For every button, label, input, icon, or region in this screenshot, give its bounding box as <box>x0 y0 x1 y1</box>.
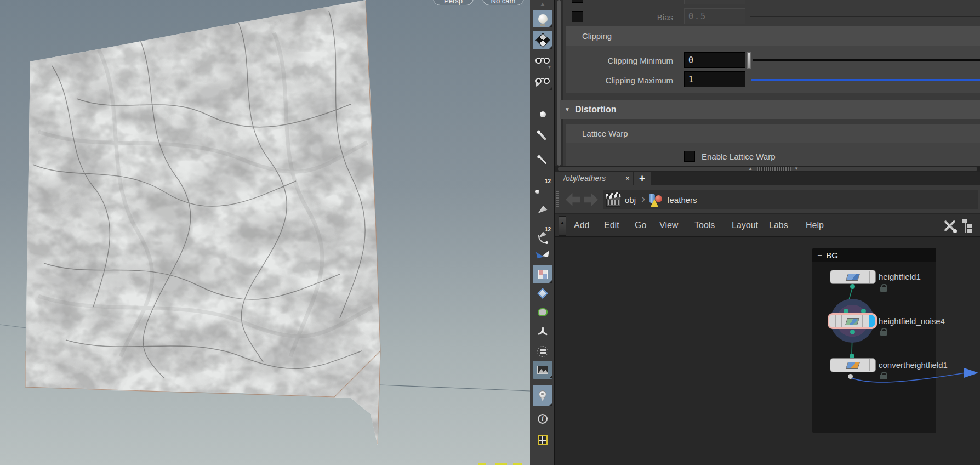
bias-input[interactable]: 0.5 <box>684 8 745 24</box>
group-outline-icon[interactable] <box>533 303 552 321</box>
axis-propeller-icon[interactable] <box>533 323 552 341</box>
tab-close-icon[interactable]: × <box>622 172 633 185</box>
menu-add[interactable]: Add <box>574 214 589 236</box>
splitter-grip[interactable] <box>757 167 791 171</box>
heightfield-node-icon <box>846 274 860 281</box>
right-pane: Bias 0.5 Clipping Clipping Minimum 0 Cli… <box>555 0 980 465</box>
lock-icon <box>880 287 887 292</box>
keyframe-checkbox-clipped[interactable] <box>572 0 583 3</box>
param-field-clipped[interactable] <box>684 0 745 4</box>
no-cam-button[interactable]: No cam <box>482 0 524 5</box>
path-bar: obj › feathers <box>555 185 980 214</box>
lattice-warp-header[interactable]: Lattice Warp <box>566 124 980 143</box>
tools-wrench-icon[interactable] <box>942 219 958 234</box>
tab-obj-feathers[interactable]: /obj/feathers <box>555 172 633 185</box>
field-guides-icon[interactable] <box>533 343 552 360</box>
shading-mode-cube-icon[interactable] <box>533 31 552 49</box>
menu-tools[interactable]: Tools <box>694 214 715 236</box>
node-output-connector[interactable] <box>850 330 855 334</box>
display-options-toolbar: ▲ ▼ 12 12 i <box>530 0 555 465</box>
back-arrow-icon[interactable] <box>566 193 580 206</box>
info-icon[interactable]: i <box>533 410 552 427</box>
menu-help[interactable]: Help <box>806 214 824 236</box>
hierarchy-list-icon[interactable] <box>965 219 978 233</box>
display-flag[interactable] <box>869 315 875 327</box>
pathbar-grip[interactable] <box>556 191 559 208</box>
persp-view-button[interactable]: Persp <box>433 0 474 5</box>
obj-context-icon <box>606 193 620 207</box>
clipping-max-input[interactable]: 1 <box>684 71 745 87</box>
distortion-section-header[interactable]: ▼ Distortion <box>560 100 980 119</box>
curve-hull-icon[interactable] <box>533 231 552 247</box>
menu-view[interactable]: View <box>659 214 678 236</box>
pane-splitter[interactable]: ▲ ▼ <box>555 166 980 172</box>
breadcrumb-current[interactable]: feathers <box>667 195 697 205</box>
bias-channel-checkbox[interactable] <box>572 11 583 22</box>
node-output-connector[interactable] <box>850 284 855 289</box>
enable-lattice-label: Enable Lattice Warp <box>702 152 776 161</box>
clipping-rows <box>566 46 980 93</box>
background-image-icon[interactable] <box>533 361 552 379</box>
terrain-render <box>0 0 530 465</box>
flipbook-glasses-icon[interactable] <box>533 72 552 90</box>
splitter-up-icon[interactable]: ▲ <box>748 166 753 172</box>
headlight-icon[interactable] <box>533 10 552 27</box>
clipping-max-label: Clipping Maximum <box>588 76 673 85</box>
points-display-icon[interactable] <box>533 107 552 121</box>
geometry-node-icon <box>648 192 663 207</box>
clipping-max-slider[interactable] <box>751 79 980 81</box>
grid-window-icon[interactable] <box>533 430 552 450</box>
breadcrumb-root[interactable]: obj <box>625 195 636 205</box>
wire-arrowhead-icon <box>964 368 978 378</box>
point-numbers-icon[interactable]: 12 <box>533 178 552 195</box>
visualizer-glasses-icon[interactable]: ▼ <box>533 53 552 69</box>
node-output-connector[interactable] <box>848 374 853 379</box>
heightfield-noise-node-icon <box>845 318 859 325</box>
breadcrumb-separator-icon: › <box>641 192 645 206</box>
collapse-arrow-icon: ▼ <box>565 106 570 112</box>
normals-fan-icon[interactable] <box>533 246 552 262</box>
menu-go[interactable]: Go <box>635 214 646 236</box>
clipping-min-slider-handle[interactable] <box>747 52 751 69</box>
menu-layout[interactable]: Layout <box>732 214 758 236</box>
menu-scroll-box[interactable]: ▲ <box>559 216 566 236</box>
node-heightfield-noise4[interactable] <box>828 313 877 329</box>
scroll-up-icon[interactable]: ▲ <box>533 0 552 8</box>
lock-icon <box>880 375 887 379</box>
clipping-min-label: Clipping Minimum <box>588 56 673 65</box>
splitter-down-icon[interactable]: ▼ <box>794 166 799 172</box>
clipping-section-header[interactable]: Clipping <box>566 26 980 46</box>
primitive-hull-icon[interactable] <box>533 200 552 219</box>
node-label: heightfield_noise4 <box>879 316 945 326</box>
bias-slider[interactable] <box>750 16 980 17</box>
node-label: heightfield1 <box>879 272 921 281</box>
camera-locate-pin-icon[interactable] <box>533 385 552 406</box>
bias-label: Bias <box>588 13 673 22</box>
clipping-min-input[interactable]: 0 <box>684 52 745 68</box>
enable-lattice-checkbox[interactable] <box>684 151 695 162</box>
clipping-min-slider[interactable] <box>753 59 980 61</box>
node-label: convertheightfield1 <box>879 360 948 370</box>
diamond-marker-icon[interactable] <box>533 286 552 300</box>
forward-arrow-icon[interactable] <box>584 193 598 206</box>
network-editor[interactable]: Indie Edition – BG <box>555 237 980 465</box>
menu-edit[interactable]: Edit <box>604 214 619 236</box>
node-convertheightfield1[interactable] <box>830 358 876 372</box>
tab-add-button[interactable]: + <box>633 172 651 185</box>
output-wire-blue <box>851 373 965 382</box>
convert-heightfield-node-icon <box>846 362 860 369</box>
menu-labs[interactable]: Labs <box>769 214 788 236</box>
houdini-window: Persp No cam ▲ ▼ 12 12 i <box>0 0 980 465</box>
breadcrumb: obj › feathers <box>603 190 978 209</box>
point-normals-brush-icon[interactable] <box>533 127 552 145</box>
network-menu-bar: ▲ Add Edit Go View Tools Layout Labs Hel… <box>555 214 980 237</box>
point-trails-pen-icon[interactable] <box>533 151 552 169</box>
pane-tab-bar: /obj/feathers × + <box>555 172 980 185</box>
viewport-3d[interactable]: Persp No cam <box>0 0 530 465</box>
node-heightfield1[interactable] <box>830 270 876 284</box>
parameter-panel: Bias 0.5 Clipping Clipping Minimum 0 Cli… <box>555 0 980 166</box>
uv-checker-icon[interactable] <box>533 265 552 283</box>
param-scrollbar[interactable] <box>555 0 563 166</box>
lock-icon <box>880 331 887 336</box>
